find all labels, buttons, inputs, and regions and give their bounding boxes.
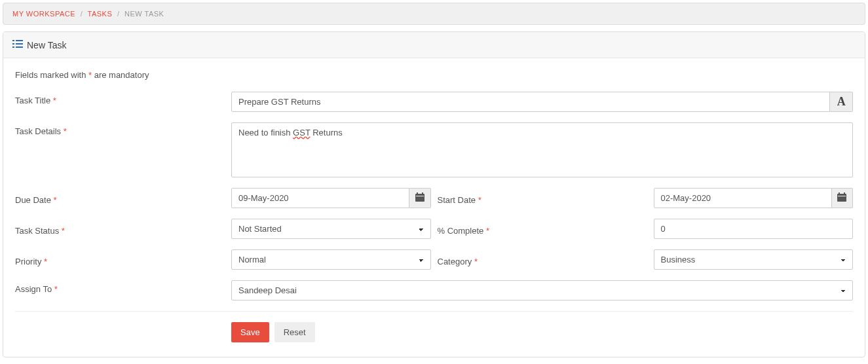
divider [15, 311, 853, 312]
due-date-picker-button[interactable] [409, 188, 430, 208]
svg-rect-2 [12, 43, 14, 45]
list-icon [12, 39, 23, 51]
task-status-label: Task Status * [15, 222, 225, 236]
svg-rect-1 [16, 40, 23, 41]
svg-rect-3 [16, 43, 23, 45]
mandatory-note: Fields marked with * are mandatory [15, 70, 853, 80]
svg-rect-8 [422, 192, 423, 194]
task-details-label: Task Details * [15, 122, 225, 136]
breadcrumb-current: NEW TASK [124, 10, 164, 18]
percent-complete-input[interactable] [654, 219, 854, 239]
breadcrumb-separator: / [117, 10, 120, 18]
category-select[interactable]: Business [654, 249, 854, 270]
svg-rect-10 [837, 194, 846, 202]
calendar-icon [415, 192, 425, 204]
start-date-label: Start Date * [438, 191, 647, 205]
priority-label: Priority * [15, 253, 225, 266]
task-title-input[interactable] [231, 92, 830, 112]
svg-rect-6 [415, 194, 425, 202]
calendar-icon [837, 192, 846, 204]
panel-title: New Task [27, 40, 66, 50]
svg-rect-5 [16, 46, 23, 48]
task-status-select[interactable]: Not Started [231, 219, 431, 239]
svg-rect-7 [417, 192, 418, 194]
svg-rect-4 [12, 46, 14, 48]
due-date-label: Due Date * [15, 191, 225, 205]
save-button[interactable]: Save [231, 322, 269, 342]
svg-rect-12 [844, 192, 845, 194]
due-date-input[interactable] [231, 188, 409, 208]
breadcrumb-tasks[interactable]: TASKS [88, 10, 113, 18]
svg-rect-13 [838, 196, 846, 196]
task-title-label: Task Title * [15, 92, 225, 105]
reset-button[interactable]: Reset [274, 322, 315, 342]
svg-rect-9 [416, 196, 424, 196]
percent-complete-label: % Complete * [438, 222, 647, 236]
breadcrumb-separator: / [81, 10, 83, 18]
panel-header: New Task [3, 32, 865, 58]
font-icon: A [837, 95, 846, 109]
start-date-picker-button[interactable] [832, 188, 853, 208]
assign-to-label: Assign To * [15, 280, 225, 294]
breadcrumb: MY WORKSPACE / TASKS / NEW TASK [3, 3, 865, 25]
breadcrumb-my-workspace[interactable]: MY WORKSPACE [12, 10, 75, 18]
new-task-panel: New Task Fields marked with * are mandat… [3, 31, 865, 357]
task-details-textarea[interactable]: Need to finish GST Returns [231, 122, 853, 177]
font-format-button[interactable]: A [830, 92, 853, 112]
svg-rect-0 [12, 40, 14, 41]
start-date-input[interactable] [654, 188, 832, 208]
priority-select[interactable]: Normal [231, 249, 431, 270]
assign-to-select[interactable]: Sandeep Desai [231, 280, 853, 300]
svg-rect-11 [839, 192, 840, 194]
category-label: Category * [438, 253, 647, 266]
